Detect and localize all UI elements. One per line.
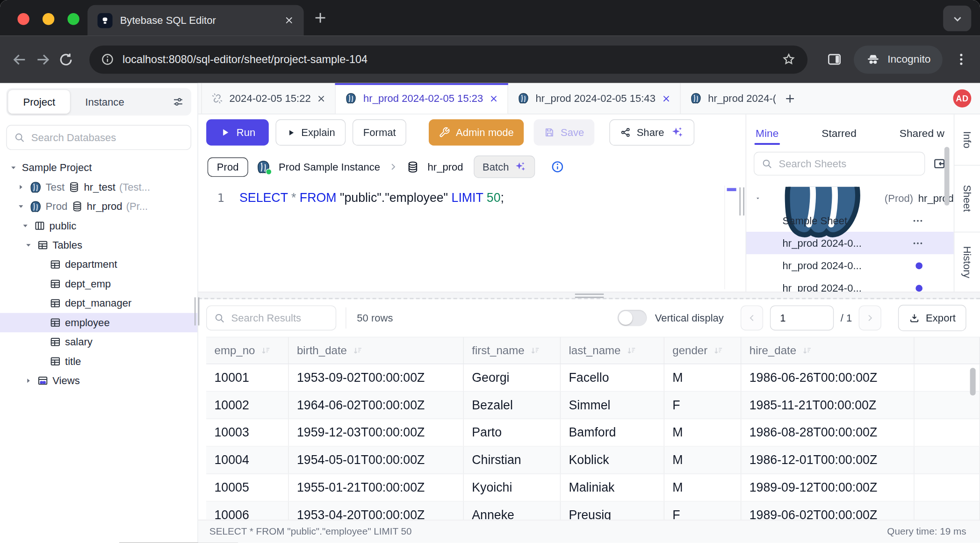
tab-instance[interactable]: Instance (70, 90, 139, 114)
table-cell[interactable]: 1953-09-02T00:00:00Z (289, 364, 464, 391)
worksheet-tab[interactable]: 2024-02-05 15:22 (201, 83, 336, 114)
new-worksheet-button[interactable] (776, 83, 804, 114)
panel-resize-handle[interactable] (739, 187, 744, 215)
tab-search-chevron-button[interactable] (943, 6, 971, 31)
table-cell[interactable]: 10004 (206, 447, 288, 473)
column-header-first_name[interactable]: first_name (464, 337, 561, 364)
table-cell[interactable]: 1989-06-02T00:00:00Z (741, 501, 914, 520)
tree-item-public[interactable]: public (0, 216, 197, 236)
results-search-input[interactable] (230, 311, 329, 324)
table-cell[interactable]: Bamford (561, 419, 664, 446)
bookmark-star-icon[interactable] (781, 52, 796, 67)
table-cell[interactable]: Parto (464, 419, 561, 446)
tree-item-Tables[interactable]: Tables (0, 236, 197, 255)
new-tab-button[interactable] (312, 10, 328, 28)
tree-item-dept_manager[interactable]: dept_manager (0, 293, 197, 313)
table-cell[interactable]: 1985-11-21T00:00:00Z (741, 392, 914, 418)
sidebar-resize-handle[interactable] (195, 297, 200, 325)
table-cell[interactable]: 1955-01-21T00:00:00Z (289, 474, 464, 501)
table-cell[interactable]: Maliniak (561, 474, 664, 501)
table-row[interactable]: 100011953-09-02T00:00:00ZGeorgiFacelloM1… (206, 364, 980, 392)
table-row[interactable]: 100041954-05-01T00:00:00ZChirstianKoblic… (206, 447, 980, 474)
side-panel-icon[interactable] (826, 51, 843, 68)
table-cell[interactable]: Koblick (561, 447, 664, 473)
tree-item-salary[interactable]: salary (0, 332, 197, 351)
sql-editor[interactable]: 1 SELECT * FROM "public"."employee" LIMI… (198, 183, 746, 292)
reload-icon[interactable] (58, 51, 74, 68)
format-button[interactable]: Format (353, 119, 406, 145)
sheet-item[interactable]: hr_prod 2024-0... (746, 254, 954, 277)
explain-button[interactable]: Explain (276, 119, 346, 145)
export-button[interactable]: Export (898, 305, 966, 331)
tree-item-Views[interactable]: Views (0, 371, 197, 390)
table-cell[interactable]: 10005 (206, 474, 288, 501)
sheet-tab-mine[interactable]: Mine (756, 128, 778, 140)
editor-scroll-thumb[interactable] (727, 188, 736, 191)
avatar[interactable]: AD (953, 89, 972, 107)
table-cell[interactable]: Georgi (464, 364, 561, 391)
admin-mode-button[interactable]: Admin mode (429, 119, 524, 145)
worksheet-tab[interactable]: hr_prod 2024-02-05 15:43 (508, 83, 681, 114)
table-cell[interactable]: 10002 (206, 392, 288, 418)
table-cell[interactable]: Kyoichi (464, 474, 561, 501)
side-tab-sheet[interactable]: Sheet (954, 165, 980, 232)
tree-item-hr_prod[interactable]: Prodhr_prod(Pr... (0, 197, 197, 216)
table-cell[interactable]: Bezalel (464, 392, 561, 418)
column-header-birth_date[interactable]: birth_date (289, 337, 464, 364)
table-cell[interactable]: 10006 (206, 501, 288, 520)
minimize-window-button[interactable] (43, 13, 54, 25)
column-header-last_name[interactable]: last_name (561, 337, 664, 364)
close-window-button[interactable] (17, 13, 29, 25)
sheet-tab-shared-w[interactable]: Shared w (900, 128, 944, 140)
results-resize-handle[interactable] (575, 293, 603, 300)
table-cell[interactable]: 1986-12-01T00:00:00Z (741, 447, 914, 473)
table-row[interactable]: 100051955-01-21T00:00:00ZKyoichiMaliniak… (206, 474, 980, 502)
sheet-tab-starred[interactable]: Starred (821, 128, 857, 140)
worksheet-tab[interactable]: hr_prod 2024-( (680, 83, 775, 114)
table-cell[interactable]: M (664, 447, 741, 473)
table-row[interactable]: 100061953-04-20T00:00:00ZAnnekePreusigF1… (206, 501, 980, 520)
vertical-display-toggle[interactable] (618, 310, 647, 326)
table-row[interactable]: 100021964-06-02T00:00:00ZBezalelSimmelF1… (206, 392, 980, 419)
share-button[interactable]: Share (609, 119, 694, 145)
tree-item-dept_emp[interactable]: dept_emp (0, 274, 197, 293)
tree-item-department[interactable]: department (0, 255, 197, 274)
table-cell[interactable]: 1954-05-01T00:00:00Z (289, 447, 464, 473)
page-input[interactable] (770, 306, 834, 330)
results-scrollbar[interactable] (970, 368, 976, 395)
table-cell[interactable]: 1986-06-26T00:00:00Z (741, 364, 914, 391)
tree-item-Sample Project[interactable]: Sample Project (0, 158, 197, 177)
table-cell[interactable]: M (664, 419, 741, 446)
forward-icon[interactable] (35, 51, 51, 68)
column-header-hire_date[interactable]: hire_date (741, 337, 914, 364)
browser-tab[interactable]: Bytebase SQL Editor (87, 5, 304, 36)
filter-sliders-icon[interactable] (172, 96, 185, 108)
table-cell[interactable]: F (664, 392, 741, 418)
connection-info-icon[interactable] (551, 160, 564, 173)
table-cell[interactable]: 1989-09-12T00:00:00Z (741, 474, 914, 501)
database-name[interactable]: hr_prod (428, 161, 463, 172)
batch-button[interactable]: Batch (474, 156, 535, 178)
table-cell[interactable]: Preusig (561, 501, 664, 520)
table-cell[interactable]: Chirstian (464, 447, 561, 473)
column-header-gender[interactable]: gender (664, 337, 741, 364)
table-row[interactable]: 100031959-12-03T00:00:00ZPartoBamfordM19… (206, 419, 980, 447)
maximize-window-button[interactable] (67, 13, 79, 25)
database-search-input[interactable] (30, 131, 184, 144)
next-page-button[interactable] (859, 306, 881, 330)
side-tab-history[interactable]: History (954, 232, 980, 292)
sheet-search-input[interactable] (778, 157, 917, 170)
table-cell[interactable]: Simmel (561, 392, 664, 418)
address-bar[interactable]: localhost:8080/sql-editor/sheet/project-… (89, 45, 807, 73)
instance-name[interactable]: Prod Sample Instance (279, 161, 380, 172)
table-cell[interactable]: 1959-12-03T00:00:00Z (289, 419, 464, 446)
column-header-emp_no[interactable]: emp_no (206, 337, 288, 364)
back-icon[interactable] (11, 51, 28, 68)
table-cell[interactable]: M (664, 364, 741, 391)
worksheet-tab[interactable]: hr_prod 2024-02-05 15:23 (336, 83, 508, 114)
table-cell[interactable]: 1964-06-02T00:00:00Z (289, 392, 464, 418)
tree-item-hr_test[interactable]: Testhr_test(Test... (0, 178, 197, 197)
table-cell[interactable]: Anneke (464, 501, 561, 520)
table-cell[interactable]: 10001 (206, 364, 288, 391)
sheet-item[interactable]: hr_prod 2024-0... (746, 277, 954, 292)
